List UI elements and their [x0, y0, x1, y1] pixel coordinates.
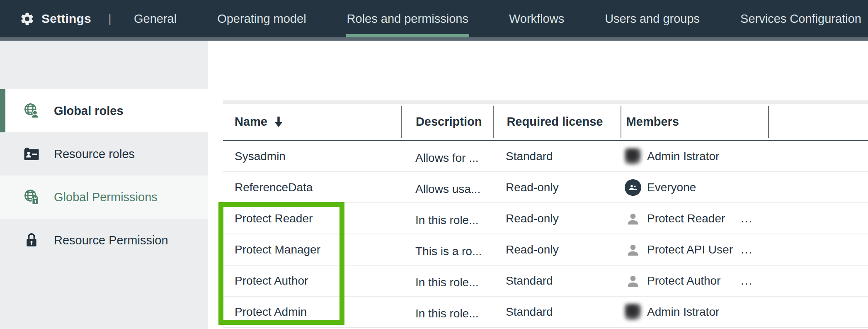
roles-table: Name Description Required license Member…	[223, 100, 868, 328]
more-members-ellipsis[interactable]: ...	[741, 274, 753, 288]
role-license: Standard	[493, 141, 620, 171]
sidebar-items: Global roles Resource roles	[0, 89, 208, 262]
table-row-sysadmin[interactable]: Sysadmin Allows for ... Standard Admin I…	[223, 141, 868, 172]
role-members: Everyone	[620, 172, 767, 202]
tab-general[interactable]: General	[134, 0, 177, 37]
role-license: Standard	[493, 266, 620, 296]
role-license: Read-only	[493, 172, 620, 202]
top-navbar: Settings | General Operating model Roles…	[0, 0, 868, 37]
settings-screen: Settings | General Operating model Roles…	[0, 0, 868, 329]
nav-tabs: General Operating model Roles and permis…	[134, 0, 861, 37]
sidebar-item-label: Global roles	[54, 104, 124, 118]
role-members: Admin Istrator	[620, 141, 767, 171]
column-header-name[interactable]: Name	[223, 104, 401, 140]
table-header-row: Name Description Required license Member…	[223, 104, 868, 141]
tab-services-configuration[interactable]: Services Configuration	[740, 0, 861, 37]
column-header-description[interactable]: Description	[402, 104, 493, 140]
lock-icon	[22, 231, 41, 249]
more-members-ellipsis[interactable]: ...	[741, 212, 753, 225]
role-name: Sysadmin	[223, 141, 402, 171]
table-row-protect-author[interactable]: Protect Author In this role... Standard …	[223, 266, 868, 297]
id-card-icon	[22, 145, 41, 163]
table-top-strip	[223, 100, 868, 104]
role-members: Protect Author ...	[620, 266, 767, 296]
app-title: Settings	[41, 12, 91, 26]
member-name: Admin Istrator	[647, 305, 735, 319]
navbar-bottom-strip	[0, 37, 868, 41]
column-header-required-license[interactable]: Required license	[494, 104, 620, 140]
sidebar: Global roles Resource roles	[0, 41, 208, 329]
tab-users-and-groups[interactable]: Users and groups	[605, 0, 700, 37]
sidebar-item-label: Global Permissions	[54, 190, 158, 204]
member-name: Everyone	[647, 181, 735, 194]
role-description: In this role...	[402, 266, 493, 296]
person-avatar-icon	[625, 210, 641, 227]
member-name: Protect API User	[647, 243, 735, 256]
role-description: This is a ro...	[402, 234, 493, 265]
role-members: Admin Istrator	[620, 297, 767, 327]
table-row-protect-manager[interactable]: Protect Manager This is a ro... Read-onl…	[223, 234, 868, 266]
blurred-avatar	[625, 304, 641, 320]
sidebar-item-global-permissions[interactable]: Global Permissions	[0, 175, 208, 219]
role-description: Allows for ...	[402, 141, 493, 171]
more-members-ellipsis[interactable]: ...	[741, 243, 753, 256]
member-name: Protect Author	[647, 274, 735, 288]
sidebar-item-global-roles[interactable]: Global roles	[0, 89, 208, 132]
role-name: Protect Admin	[223, 297, 402, 327]
column-header-empty	[769, 104, 868, 140]
globe-user-icon	[22, 102, 41, 120]
role-name: Protect Reader	[223, 203, 402, 234]
role-license: Read-only	[493, 203, 620, 234]
tab-roles-and-permissions[interactable]: Roles and permissions	[347, 0, 468, 37]
role-license: Read-only	[493, 234, 620, 265]
table-row-protect-reader[interactable]: Protect Reader In this role... Read-only…	[223, 203, 868, 234]
role-name: Protect Author	[223, 266, 402, 296]
person-avatar-icon	[625, 273, 641, 289]
gear-icon	[19, 11, 35, 27]
sidebar-item-label: Resource roles	[54, 147, 135, 161]
table-row-protect-admin[interactable]: Protect Admin In this role... Standard A…	[223, 297, 868, 328]
role-name: Protect Manager	[223, 234, 402, 265]
group-avatar-icon	[625, 179, 641, 196]
column-header-members[interactable]: Members	[621, 104, 768, 140]
role-members: Protect Reader ...	[620, 203, 767, 234]
person-avatar-icon	[625, 241, 641, 258]
sort-descending-icon	[274, 117, 283, 127]
tab-workflows[interactable]: Workflows	[509, 0, 564, 37]
sidebar-item-resource-roles[interactable]: Resource roles	[0, 132, 208, 175]
role-name: ReferenceData	[223, 172, 402, 202]
table-row-referencedata[interactable]: ReferenceData Allows usa... Read-only Ev…	[223, 172, 868, 203]
blurred-avatar	[625, 148, 641, 165]
settings-brand: Settings	[19, 0, 91, 37]
globe-lock-icon	[22, 188, 41, 206]
sidebar-item-label: Resource Permission	[54, 234, 168, 247]
role-members: Protect API User ...	[620, 234, 767, 265]
role-description: Allows usa...	[402, 172, 493, 202]
nav-divider: |	[108, 0, 112, 37]
member-name: Admin Istrator	[647, 150, 735, 163]
role-description: In this role...	[402, 203, 493, 234]
sidebar-item-resource-permission[interactable]: Resource Permission	[0, 219, 208, 262]
tab-operating-model[interactable]: Operating model	[217, 0, 306, 37]
role-description: In this role...	[402, 297, 493, 327]
role-license: Standard	[493, 297, 620, 327]
member-name: Protect Reader	[647, 212, 735, 225]
